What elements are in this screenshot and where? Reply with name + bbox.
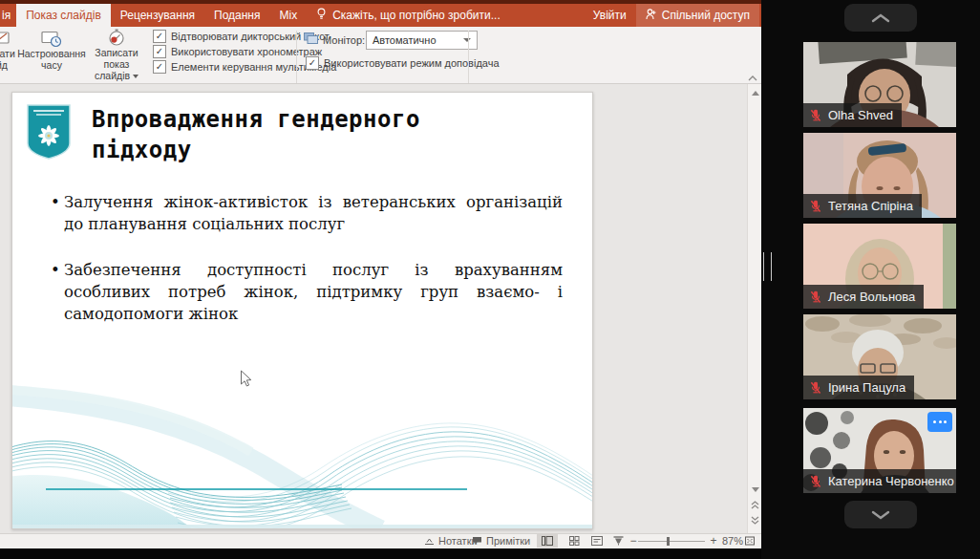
collapse-ribbon-button[interactable] [745, 73, 760, 84]
ellipsis-icon [933, 420, 936, 423]
decorative-waves [12, 385, 592, 528]
person-icon [646, 9, 656, 23]
mic-muted-icon [809, 290, 822, 304]
scroll-down-button[interactable] [748, 482, 762, 497]
hide-slide-label-line2: йд [0, 59, 8, 71]
tab-review[interactable]: Рецензування [111, 4, 204, 27]
previous-slide-button[interactable] [748, 497, 762, 512]
checkbox-presenter-view[interactable]: ✓ Використовувати режим доповідача [306, 56, 500, 70]
chevron-up-icon [869, 13, 892, 23]
participant-name-plate: Olha Shved [803, 103, 902, 127]
comments-label: Примітки [486, 535, 530, 547]
monitor-icon [304, 32, 318, 47]
reading-view-button[interactable] [586, 534, 607, 548]
participant-tile[interactable]: Леся Вольнова [803, 224, 956, 309]
record-slide-show-icon [107, 29, 126, 47]
monitor-label: Монітор: [304, 32, 365, 47]
mouse-cursor [240, 370, 252, 392]
slide-body-text[interactable]: • Залучення жінок-активісток із ветеранс… [51, 191, 563, 349]
editing-area: Впровадження гендерного підходу • Залуче… [0, 84, 747, 533]
mic-muted-icon [809, 109, 822, 122]
slide-canvas[interactable]: Впровадження гендерного підходу • Залуче… [11, 92, 593, 529]
participant-name-plate: Ірина Пацула [803, 376, 914, 399]
mic-muted-icon [809, 381, 822, 395]
tab-mix[interactable]: Mix [269, 4, 307, 27]
dropdown-caret-icon [463, 38, 471, 42]
fit-slide-to-window-button[interactable] [744, 535, 756, 548]
notes-button[interactable]: Нотатки [424, 534, 478, 548]
participant-name-plate: Леся Вольнова [803, 285, 924, 309]
checkbox-box: ✓ [153, 60, 166, 74]
record-label-line1: Записати показ [82, 47, 151, 70]
zoom-in-button[interactable]: + [709, 534, 718, 548]
hide-slide-label-line1: овати [0, 48, 15, 59]
bullet-marker: • [51, 191, 64, 235]
status-bar: Нотатки Примітки − + 87% [0, 533, 761, 548]
rehearse-label-line1: Настроювання [17, 48, 86, 59]
scroll-participants-down-button[interactable] [844, 501, 917, 528]
tab-animation-partial[interactable]: ія [0, 4, 16, 27]
ellipsis-icon [939, 420, 942, 423]
participant-name: Катерина Червоненко [828, 474, 954, 488]
participant-tile[interactable]: Катерина Червоненко [803, 408, 956, 493]
chevron-down-icon [869, 510, 892, 520]
powerpoint-window: ія Показ слайдів Рецензування Подання Mi… [0, 0, 761, 548]
hide-slide-icon [0, 29, 11, 48]
scroll-up-button[interactable] [748, 85, 762, 100]
bullet-item: • Забезпечення доступності послуг із вра… [51, 259, 563, 325]
screen: ія Показ слайдів Рецензування Подання Mi… [0, 0, 980, 559]
slide-show-view-button[interactable] [607, 534, 628, 548]
record-slide-show-button[interactable]: Записати показ слайдів [82, 29, 151, 71]
participant-name: Olha Shved [828, 108, 893, 122]
group-separator [296, 31, 297, 84]
comments-button[interactable]: Примітки [472, 534, 530, 548]
zoom-out-button[interactable]: − [628, 534, 638, 548]
panel-resize-handle[interactable] [763, 252, 772, 281]
participant-name: Ірина Пацула [828, 380, 905, 395]
participant-tile[interactable]: Тетяна Спіріна [803, 133, 956, 218]
video-panel: Olha Shved Тетяна Спіріна [761, 0, 980, 559]
participant-tile[interactable]: Ірина Пацула [803, 314, 956, 399]
university-shield-logo [26, 103, 72, 164]
bullet-marker: • [51, 259, 64, 325]
slide-title[interactable]: Впровадження гендерного підходу [92, 104, 474, 165]
tell-me-box[interactable]: Скажіть, що потрібно зробити... [307, 4, 510, 27]
next-slide-button[interactable] [748, 512, 762, 527]
scroll-participants-up-button[interactable] [844, 4, 917, 32]
sign-in-button[interactable]: Увійти [584, 4, 636, 27]
monitor-dropdown[interactable]: Автоматично [366, 31, 478, 50]
participant-name: Леся Вольнова [828, 290, 915, 304]
rehearse-label-line2: часу [41, 59, 62, 71]
notes-icon [424, 537, 435, 546]
vertical-scrollbar[interactable] [747, 84, 762, 533]
bullet-text: Забезпечення доступності послуг із враху… [64, 259, 563, 325]
ellipsis-icon [944, 420, 947, 423]
zoom-slider-handle[interactable] [667, 537, 670, 546]
participant-name-plate: Катерина Червоненко [803, 469, 956, 493]
participant-name-plate: Тетяна Спіріна [803, 194, 922, 218]
mic-muted-icon [809, 475, 822, 488]
zoom-percentage[interactable]: 87% [722, 535, 743, 547]
more-options-button[interactable] [927, 412, 952, 432]
checkbox-box: ✓ [153, 45, 166, 58]
bullet-text: Залучення жінок-активісток із ветеранськ… [64, 191, 563, 235]
tab-slide-show[interactable]: Показ слайдів [16, 4, 111, 27]
slide-sorter-view-button[interactable] [564, 534, 585, 548]
tab-view[interactable]: Подання [204, 4, 269, 27]
checkbox-box: ✓ [153, 30, 166, 43]
zoom-slider-track[interactable] [638, 541, 705, 542]
checkbox-use-timings-label: Використовувати хронометраж [171, 46, 322, 57]
participant-tile[interactable]: Olha Shved [803, 42, 956, 127]
normal-view-button[interactable] [537, 534, 558, 548]
dropdown-caret-icon [133, 75, 138, 78]
tab-bar-spacer [510, 4, 584, 27]
ribbon-tab-bar: ія Показ слайдів Рецензування Подання Mi… [0, 4, 761, 27]
share-label: Спільний доступ [662, 9, 750, 22]
checkbox-presenter-view-label: Використовувати режим доповідача [324, 57, 500, 69]
share-button[interactable]: Спільний доступ [636, 4, 759, 27]
mic-muted-icon [809, 200, 822, 213]
monitor-dropdown-value: Автоматично [373, 34, 437, 46]
record-label-line2: слайдів [95, 70, 138, 81]
checkbox-box: ✓ [306, 56, 319, 70]
rehearse-timings-button[interactable]: Настроювання часу [21, 29, 82, 71]
